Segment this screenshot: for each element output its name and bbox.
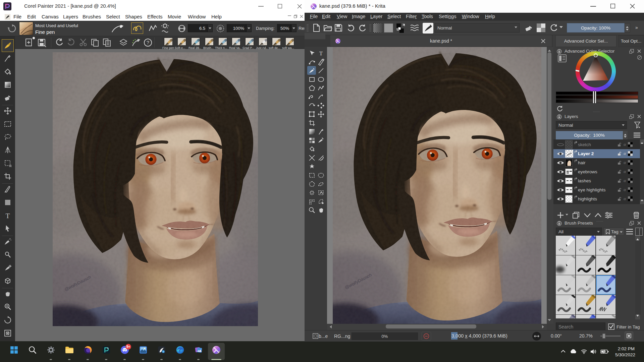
svg-text:T: T (6, 212, 10, 220)
svg-text:T: T (319, 50, 323, 57)
svg-text:?: ? (147, 40, 149, 45)
